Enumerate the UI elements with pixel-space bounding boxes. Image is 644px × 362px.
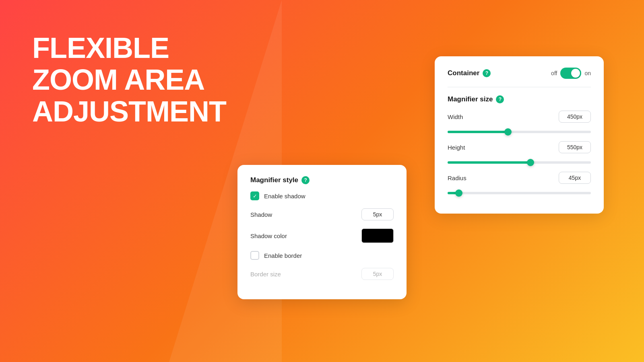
shadow-label: Shadow xyxy=(250,211,272,218)
enable-border-row: Enable border xyxy=(250,251,394,260)
shadow-value[interactable]: 5px xyxy=(361,208,394,220)
width-value[interactable]: 450px xyxy=(559,111,591,123)
radius-slider-track[interactable] xyxy=(448,192,591,194)
magnifier-style-label: Magnifier style xyxy=(250,176,298,184)
shadow-color-label: Shadow color xyxy=(250,232,287,239)
container-help-icon[interactable]: ? xyxy=(483,69,491,77)
width-slider-track[interactable] xyxy=(448,131,591,133)
container-row: Container ? off on xyxy=(448,68,591,79)
radius-slider-thumb[interactable] xyxy=(455,189,462,197)
width-slider-container xyxy=(448,131,591,133)
radius-slider-container xyxy=(448,192,591,194)
container-title: Container ? xyxy=(448,69,491,77)
height-row: Height 550px xyxy=(448,141,591,153)
magnifier-size-help-icon[interactable]: ? xyxy=(496,95,504,103)
shadow-row: Shadow 5px xyxy=(250,208,394,220)
right-settings-panel: Container ? off on Magnifier size ? Widt… xyxy=(435,56,604,214)
container-label: Container xyxy=(448,69,479,77)
height-label: Height xyxy=(448,144,465,151)
width-label: Width xyxy=(448,113,463,120)
enable-border-checkbox[interactable] xyxy=(250,251,259,260)
border-size-value[interactable]: 5px xyxy=(361,268,394,280)
toggle-on-label: on xyxy=(584,70,591,76)
enable-shadow-row: ✓ Enable shadow xyxy=(250,191,394,200)
container-toggle-wrapper: off on xyxy=(551,68,591,79)
height-slider-thumb[interactable] xyxy=(527,159,534,166)
checkbox-check-icon: ✓ xyxy=(253,193,257,199)
enable-shadow-checkbox[interactable]: ✓ xyxy=(250,191,259,200)
height-slider-track[interactable] xyxy=(448,161,591,164)
enable-border-label: Enable border xyxy=(264,252,302,259)
divider-1 xyxy=(448,87,591,87)
height-value[interactable]: 550px xyxy=(559,141,591,153)
width-row: Width 450px xyxy=(448,111,591,123)
container-toggle[interactable] xyxy=(560,68,581,79)
radius-label: Radius xyxy=(448,175,466,181)
magnifier-size-title: Magnifier size ? xyxy=(448,95,591,103)
height-slider-container xyxy=(448,161,591,164)
left-settings-panel: Magnifier style ? ✓ Enable shadow Shadow… xyxy=(237,165,407,299)
shadow-color-swatch[interactable] xyxy=(361,228,394,243)
border-size-row: Border size 5px xyxy=(250,268,394,280)
radius-value[interactable]: 45px xyxy=(559,172,591,184)
magnifier-size-label: Magnifier size xyxy=(448,95,493,103)
magnifier-style-title: Magnifier style ? xyxy=(250,176,394,184)
width-slider-thumb[interactable] xyxy=(504,128,512,136)
magnifier-style-help-icon[interactable]: ? xyxy=(301,176,310,184)
border-size-label: Border size xyxy=(250,271,281,278)
width-slider-fill xyxy=(448,131,508,133)
height-slider-fill xyxy=(448,161,530,164)
toggle-off-label: off xyxy=(551,70,557,76)
shadow-color-row: Shadow color xyxy=(250,228,394,243)
toggle-thumb xyxy=(571,69,580,78)
enable-shadow-label: Enable shadow xyxy=(264,193,305,200)
radius-row: Radius 45px xyxy=(448,172,591,184)
